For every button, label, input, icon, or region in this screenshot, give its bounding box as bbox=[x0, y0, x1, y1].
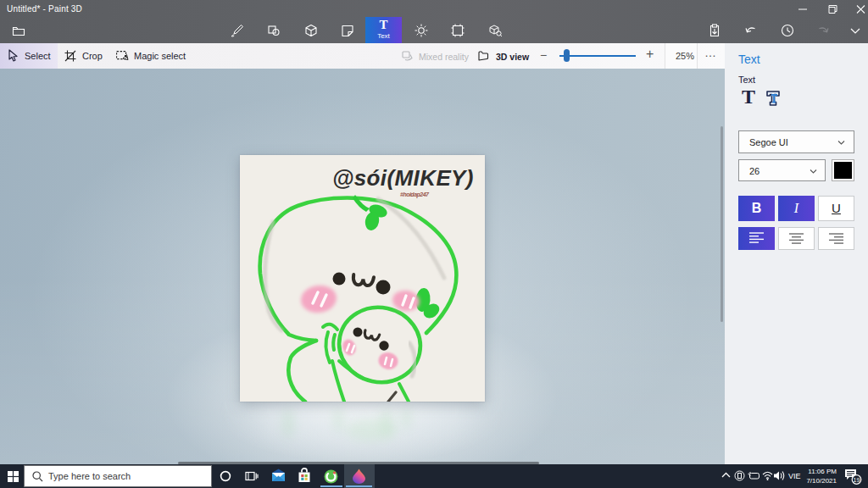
svg-text:#hoidap247: #hoidap247 bbox=[400, 191, 430, 198]
svg-text:@sói(MIKEY): @sói(MIKEY) bbox=[332, 165, 473, 191]
svg-text:19: 19 bbox=[854, 477, 860, 483]
